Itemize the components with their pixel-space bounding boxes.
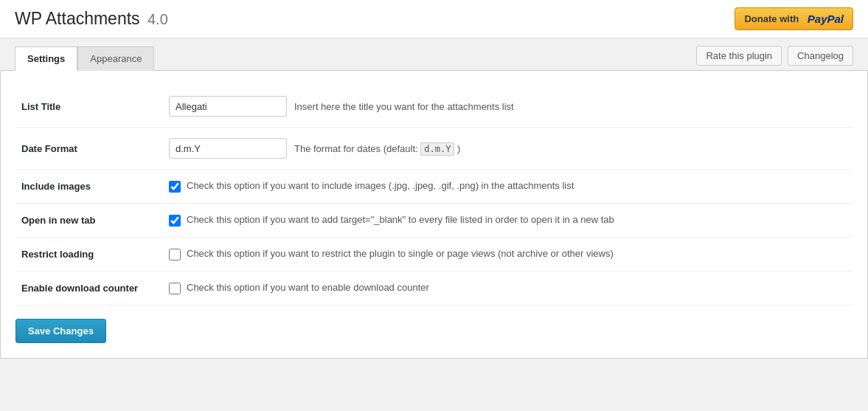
date-format-control-cell: The format for dates (default: d.m.Y ) <box>169 138 847 159</box>
restrict-loading-label: Restrict loading <box>15 238 163 272</box>
download-counter-label: Enable download counter <box>15 272 163 305</box>
open-new-tab-label: Open in new tab <box>15 204 163 238</box>
date-format-control: The format for dates (default: d.m.Y ) <box>163 128 853 170</box>
include-images-row: Include images Check this option if you … <box>15 170 853 204</box>
page-title: WP Attachments 4.0 <box>15 9 168 29</box>
rate-plugin-button[interactable]: Rate this plugin <box>696 46 782 66</box>
date-format-row: Date Format The format for dates (defaul… <box>15 128 853 170</box>
include-images-control: Check this option if you want to include… <box>163 170 853 204</box>
include-images-description: Check this option if you want to include… <box>187 180 574 191</box>
download-counter-checkbox-row: Check this option if you want to enable … <box>169 282 847 294</box>
open-new-tab-row: Open in new tab Check this option if you… <box>15 204 853 238</box>
open-new-tab-control: Check this option if you want to add tar… <box>163 204 853 238</box>
list-title-label: List Title <box>15 86 163 128</box>
changelog-button[interactable]: Changelog <box>788 46 853 66</box>
download-counter-row: Enable download counter Check this optio… <box>15 272 853 305</box>
restrict-loading-description: Check this option if you want to restric… <box>187 248 614 259</box>
include-images-checkbox[interactable] <box>169 181 181 193</box>
restrict-loading-control: Check this option if you want to restric… <box>163 238 853 272</box>
tabs-right: Rate this plugin Changelog <box>696 46 853 70</box>
list-title-control: Insert here the title you want for the a… <box>163 86 853 128</box>
date-format-input[interactable] <box>169 138 287 159</box>
open-new-tab-description: Check this option if you want to add tar… <box>187 214 614 225</box>
tabs-bar: Settings Appearance Rate this plugin Cha… <box>0 46 868 71</box>
date-format-description: The format for dates (default: d.m.Y ) <box>294 143 460 154</box>
save-changes-button[interactable]: Save Changes <box>15 319 106 343</box>
list-title-row: List Title Insert here the title you wan… <box>15 86 853 128</box>
restrict-loading-row: Restrict loading Check this option if yo… <box>15 238 853 272</box>
restrict-loading-checkbox-row: Check this option if you want to restric… <box>169 248 847 260</box>
download-counter-control: Check this option if you want to enable … <box>163 272 853 305</box>
include-images-label: Include images <box>15 170 163 204</box>
donate-button[interactable]: Donate with PayPal <box>735 7 853 30</box>
open-new-tab-checkbox[interactable] <box>169 215 181 227</box>
list-title-description: Insert here the title you want for the a… <box>294 101 514 112</box>
download-counter-checkbox[interactable] <box>169 283 181 294</box>
date-format-label: Date Format <box>15 128 163 170</box>
settings-table: List Title Insert here the title you wan… <box>15 86 853 305</box>
download-counter-description: Check this option if you want to enable … <box>187 282 429 293</box>
tab-settings[interactable]: Settings <box>15 46 77 71</box>
list-title-control-cell: Insert here the title you want for the a… <box>169 96 847 117</box>
tabs-left: Settings Appearance <box>15 46 154 70</box>
restrict-loading-checkbox[interactable] <box>169 249 181 260</box>
tab-appearance[interactable]: Appearance <box>77 46 154 71</box>
date-format-default: d.m.Y <box>420 142 454 156</box>
open-new-tab-checkbox-row: Check this option if you want to add tar… <box>169 214 847 227</box>
settings-content: List Title Insert here the title you wan… <box>0 71 868 359</box>
page-wrapper: WP Attachments 4.0 Donate with PayPal Se… <box>0 0 868 411</box>
header: WP Attachments 4.0 Donate with PayPal <box>0 0 868 38</box>
include-images-checkbox-row: Check this option if you want to include… <box>169 180 847 193</box>
list-title-input[interactable] <box>169 96 287 117</box>
